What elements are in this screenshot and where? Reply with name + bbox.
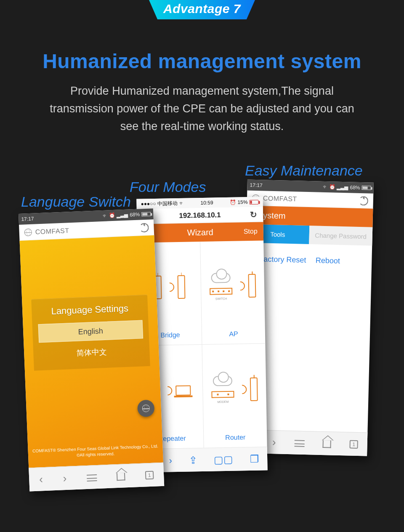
- status-battery-text: 15%: [237, 199, 247, 205]
- battery-icon: [361, 186, 371, 190]
- globe-icon: [24, 228, 32, 236]
- battery-icon: [141, 212, 151, 216]
- battery-icon: [249, 200, 258, 204]
- nav-forward-icon[interactable]: ›: [169, 455, 173, 466]
- nav-menu-icon[interactable]: [87, 474, 97, 481]
- status-icons: ᯤ ⏰ ▂▃▅: [323, 184, 348, 190]
- brand-label: COMFAST: [35, 227, 69, 236]
- caption-easy-maintenance: Easy Maintenance: [245, 162, 363, 179]
- card-title: Language Settings: [37, 302, 142, 317]
- reload-icon[interactable]: ↻: [250, 209, 257, 219]
- wizard-header: Wizard Stop: [137, 222, 263, 242]
- mode-label: Bridge: [160, 331, 180, 339]
- tab-change-password[interactable]: Change Password: [309, 226, 372, 246]
- section-header-system[interactable]: System: [246, 205, 373, 227]
- nav-back-icon[interactable]: ‹: [39, 473, 43, 486]
- language-option-chinese[interactable]: 简体中文: [39, 341, 144, 364]
- link-reboot[interactable]: Reboot: [316, 256, 340, 265]
- nav-forward-icon[interactable]: ›: [63, 472, 67, 485]
- mode-label: AP: [229, 330, 238, 338]
- switch-icon: [210, 287, 232, 295]
- globe-icon: [142, 404, 150, 412]
- language-option-english[interactable]: English: [38, 320, 144, 343]
- refresh-icon[interactable]: [359, 196, 369, 205]
- tabs: Tools Change Password: [246, 224, 372, 245]
- cloud-icon: [211, 272, 230, 283]
- address-text: 192.168.10.1: [179, 211, 221, 220]
- bottom-nav: ‹ › 1: [29, 463, 164, 492]
- status-time: 10:59: [200, 200, 213, 206]
- wizard-title: Wizard: [187, 227, 213, 237]
- mode-label: Router: [225, 434, 245, 442]
- refresh-icon[interactable]: [139, 223, 149, 232]
- advantage-tag: Advantage 7: [149, 0, 255, 19]
- mode-ap[interactable]: SWITCH AP: [200, 240, 265, 345]
- phone-language-switch: 17:17 ᯤ ⏰ ▂▃▅ 68% COMFAST Language Setti…: [19, 208, 164, 491]
- laptop-icon: [175, 385, 191, 396]
- cpe-icon: [250, 377, 258, 401]
- caption-language-switch: Language Switch: [21, 194, 131, 210]
- bookmarks-icon[interactable]: ▢▢: [214, 453, 233, 466]
- signal-icon: [234, 279, 247, 293]
- modem-label: MODEM: [217, 400, 229, 403]
- cloud-icon: [213, 376, 232, 386]
- caption-four-modes: Four Modes: [130, 179, 206, 195]
- signal-icon: [161, 384, 174, 397]
- status-time: 17:17: [21, 216, 34, 222]
- cpe-icon: [248, 274, 256, 298]
- language-settings-card: Language Settings English 简体中文: [31, 295, 150, 371]
- page-title: Humanized management system: [0, 50, 404, 73]
- status-carrier: ●●●○○ 中国移动 ᯤ: [141, 200, 184, 207]
- cpe-icon: [177, 275, 185, 299]
- nav-forward-icon[interactable]: ›: [272, 436, 276, 449]
- wizard-stop-button[interactable]: Stop: [244, 228, 258, 236]
- alarm-icon: ⏰: [229, 200, 236, 205]
- status-time: 17:17: [250, 182, 262, 189]
- share-icon[interactable]: ⇪: [189, 454, 197, 466]
- signal-icon: [163, 281, 176, 294]
- nav-home-icon[interactable]: [323, 439, 331, 447]
- status-icons: ᯤ ⏰ ▂▃▅: [102, 212, 128, 219]
- page-subtitle: Provide Humanized management system,The …: [46, 82, 358, 136]
- language-fab[interactable]: [137, 399, 155, 417]
- modem-icon: [211, 391, 234, 398]
- nav-tabs-icon[interactable]: 1: [145, 471, 154, 479]
- tabs-icon[interactable]: ❐: [250, 453, 259, 465]
- signal-icon: [236, 383, 249, 396]
- link-factory-reset[interactable]: Factory Reset: [259, 255, 306, 264]
- switch-label: SWITCH: [215, 297, 227, 300]
- nav-home-icon[interactable]: [117, 472, 125, 481]
- address-bar[interactable]: 192.168.10.1 ↻: [137, 207, 263, 224]
- footer-copyright: COMFAST® Shenzhen Four Seas Global Link …: [28, 443, 163, 460]
- brand-label: COMFAST: [263, 194, 297, 203]
- nav-tabs-icon[interactable]: 1: [350, 440, 358, 448]
- status-battery-text: 68%: [130, 211, 140, 218]
- nav-menu-icon[interactable]: [294, 440, 304, 446]
- mode-router[interactable]: MODEM Router: [202, 343, 267, 448]
- status-battery-text: 68%: [350, 184, 360, 191]
